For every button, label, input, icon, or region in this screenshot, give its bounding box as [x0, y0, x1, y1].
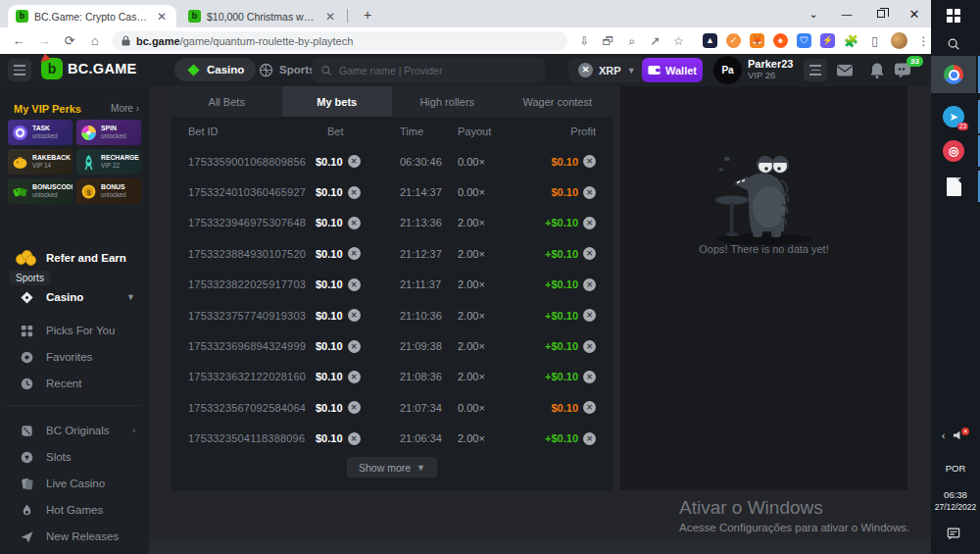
user-avatar[interactable]: Pa: [713, 56, 742, 84]
vip-perk-spin[interactable]: SPINunlocked: [76, 120, 141, 145]
new-tab-button[interactable]: +: [358, 6, 377, 25]
forward-icon[interactable]: →: [31, 33, 57, 48]
taskbar-search-button[interactable]: [931, 35, 976, 53]
taskbar-chrome-button[interactable]: [931, 56, 976, 93]
sidebar-item-hot-games[interactable]: Hot Games: [0, 499, 149, 521]
bell-icon[interactable]: [868, 62, 886, 78]
bet-list-button[interactable]: [804, 59, 827, 81]
home-icon[interactable]: ⌂: [82, 33, 108, 48]
flame-extension-icon[interactable]: ♠: [773, 33, 788, 48]
notification-center-button[interactable]: [931, 526, 976, 541]
browser-tab-1[interactable]: b BC.Game: Crypto Casino Games ✕: [8, 5, 176, 27]
bets-tabs: All BetsMy betsHigh rollersWager contest: [172, 86, 612, 117]
chat-button[interactable]: 33: [894, 62, 917, 78]
extension-icon-1[interactable]: ▲: [703, 33, 717, 48]
bet-row[interactable]: 1753323884930107520$0.10✕21:12:372.00×+$…: [172, 238, 612, 269]
xrp-coin-icon: ✕: [348, 340, 361, 353]
empty-state-message: Oops! There is no data yet!: [620, 243, 907, 255]
refresh-icon[interactable]: ⟳: [57, 33, 82, 48]
plane-icon: [20, 529, 34, 544]
shield-extension-icon[interactable]: 🛡: [797, 33, 811, 48]
windows-logo-icon: [947, 9, 960, 23]
extensions-puzzle-icon[interactable]: 🧩: [844, 33, 858, 48]
taskbar-red-app-button[interactable]: ◎: [931, 135, 976, 167]
bet-amount: $0.10✕: [316, 217, 394, 229]
bets-tab-wager-contest[interactable]: Wager contest: [503, 86, 613, 117]
side-panel-icon[interactable]: ▯: [867, 33, 882, 48]
vip-perk-recharge[interactable]: RECHARGEVIP 22: [76, 149, 141, 175]
sidebar-item-live-casino[interactable]: Live Casino: [0, 473, 149, 494]
tab-close-icon[interactable]: ✕: [155, 10, 169, 24]
address-bar[interactable]: bc.game/game/quantum-roulette-by-playtec…: [112, 31, 567, 51]
bet-row[interactable]: 1753323567092584064$0.10✕21:07:340.00×$0…: [172, 392, 612, 423]
purple-extension-icon[interactable]: ⚡: [820, 33, 835, 48]
bet-payout: 2.00×: [458, 310, 526, 322]
translate-icon[interactable]: 🗗: [601, 33, 615, 48]
browser-profile-avatar[interactable]: [891, 32, 907, 49]
hamburger-menu-icon[interactable]: [8, 59, 31, 81]
language-indicator[interactable]: POR: [931, 461, 980, 475]
vip-perk-bonus[interactable]: $BONUSunlocked: [76, 178, 141, 204]
sidebar-item-new-releases[interactable]: New Releases: [0, 526, 149, 547]
vip-perk-rakeback[interactable]: RAKEBACKVIP 14: [8, 149, 73, 175]
vip-perk-bonuscode[interactable]: BONUSCODEunlocked: [8, 178, 73, 204]
back-icon[interactable]: ←: [6, 33, 31, 48]
share-icon[interactable]: ↗: [648, 33, 662, 48]
extension-icon-2[interactable]: ✓: [726, 33, 741, 48]
browser-tab-2[interactable]: b $10,000 Christmas week special ✕: [180, 5, 345, 27]
bet-row[interactable]: 1753323822025917703$0.10✕21:11:372.00×+$…: [172, 270, 612, 300]
bet-row[interactable]: 1753323504118388096$0.10✕21:06:342.00×+$…: [172, 424, 612, 454]
bet-row[interactable]: 1753323632122028160$0.10✕21:08:362.00×+$…: [172, 362, 612, 392]
window-menu-chevron-icon[interactable]: ⌄: [799, 0, 828, 27]
bookmark-star-icon[interactable]: ☆: [671, 33, 686, 48]
sidebar-item-picks-for-you[interactable]: Picks For You: [0, 320, 149, 341]
nav-casino-button[interactable]: Casino: [174, 58, 256, 81]
tab-close-icon[interactable]: ✕: [323, 10, 337, 24]
bets-tab-high-rollers[interactable]: High rollers: [392, 86, 503, 117]
bet-row[interactable]: 1753323757740919303$0.10✕21:10:362.00×+$…: [172, 300, 612, 330]
bet-row[interactable]: 1753323696894324999$0.10✕21:09:382.00×+$…: [172, 330, 612, 361]
sidebar-item-recent[interactable]: Recent: [0, 373, 149, 394]
bet-payout: 2.00×: [458, 248, 526, 260]
tab-title: $10,000 Christmas week special: [207, 11, 318, 23]
currency-selector[interactable]: ✕ XRP ▼: [568, 58, 646, 82]
col-profit: Profit: [526, 126, 596, 137]
window-minimize-icon[interactable]: —: [832, 0, 861, 27]
start-button[interactable]: [931, 8, 976, 24]
sidebar-item-bc-originals[interactable]: BC Originals›: [0, 420, 149, 441]
browser-menu-icon[interactable]: ⋮: [916, 33, 931, 48]
taskbar-telegram-button[interactable]: ➤ 23: [931, 100, 976, 133]
bets-tab-all-bets[interactable]: All Bets: [172, 86, 282, 117]
taskbar-notepad-button[interactable]: [931, 171, 976, 202]
bet-row[interactable]: 1753324010360465927$0.10✕21:14:370.00×$0…: [172, 176, 612, 207]
sidebar-item-casino[interactable]: Casino ▼: [0, 286, 149, 308]
clock-date[interactable]: 27/12/2022: [931, 501, 980, 513]
volume-muted-icon[interactable]: ✕: [953, 429, 965, 441]
bet-time: 21:06:34: [394, 432, 458, 444]
bets-tab-my-bets[interactable]: My bets: [282, 86, 393, 117]
left-sidebar: My VIP Perks More › TASKunlockedSPINunlo…: [0, 86, 149, 554]
show-more-button[interactable]: Show more ▼: [347, 457, 437, 478]
bet-row[interactable]: 1753323946975307648$0.10✕21:13:362.00×+$…: [172, 208, 612, 238]
vip-perk-task[interactable]: TASKunlocked: [8, 120, 73, 145]
tray-expand-icon[interactable]: ‹: [942, 429, 946, 441]
clock-time[interactable]: 06:38: [931, 488, 980, 500]
window-restore-icon[interactable]: [866, 0, 896, 27]
bet-time: 21:11:37: [394, 278, 458, 290]
game-search[interactable]: [312, 58, 545, 82]
sidebar-item-favorites[interactable]: Favorites: [0, 346, 149, 368]
sidebar-item-slots[interactable]: Slots: [0, 446, 149, 468]
search-input[interactable]: [339, 65, 536, 76]
bcgame-logo-text: BC.GAME: [68, 61, 137, 76]
bcgame-logo[interactable]: b BC.GAME: [41, 58, 137, 79]
download-icon[interactable]: ⇩: [577, 33, 592, 48]
zoom-search-icon[interactable]: ⌕: [624, 33, 639, 48]
refer-and-earn[interactable]: Refer and Earn: [0, 243, 149, 273]
wallet-button[interactable]: Wallet: [642, 58, 703, 82]
user-meta[interactable]: Parker23 VIP 26: [748, 58, 794, 81]
metamask-icon[interactable]: 🦊: [750, 33, 764, 48]
bet-row[interactable]: 1753359001068809856$0.10✕06:30:460.00×$0…: [172, 146, 612, 176]
window-close-icon[interactable]: ✕: [900, 0, 929, 27]
mail-icon[interactable]: [836, 62, 854, 78]
vip-more-link[interactable]: More ›: [111, 103, 139, 114]
